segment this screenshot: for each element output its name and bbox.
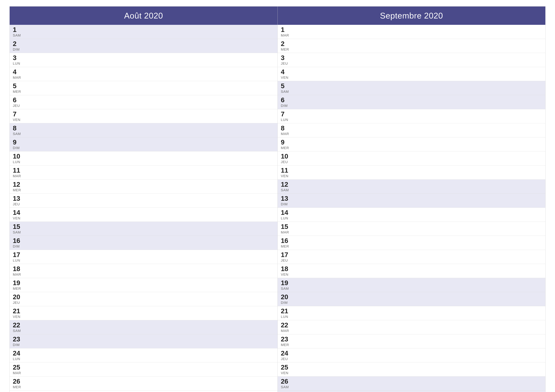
day-number: 11 — [281, 167, 292, 174]
day-number: 3 — [13, 55, 24, 61]
day-name: MAR — [281, 132, 292, 136]
day-row: 26MER — [10, 377, 278, 391]
day-info: 9DIM — [13, 139, 24, 150]
day-name: MER — [13, 188, 24, 192]
day-name: VEN — [281, 174, 292, 178]
day-number: 20 — [281, 294, 292, 300]
day-info: 19MER — [13, 280, 24, 291]
day-name: SAM — [13, 33, 24, 37]
day-row: 18VEN — [278, 264, 545, 278]
day-number: 2 — [13, 41, 24, 47]
day-row: 19MER — [10, 278, 278, 292]
day-row: 5MER — [10, 81, 278, 95]
day-row: 7VEN — [10, 109, 278, 123]
day-number: 1 — [13, 26, 24, 33]
month-header-1: Août 2020 — [10, 7, 278, 25]
day-name: MER — [13, 286, 24, 291]
day-name: LUN — [13, 160, 24, 164]
day-row: 16DIM — [10, 236, 278, 250]
day-info: 12MER — [13, 181, 24, 192]
day-row: 17JEU — [278, 250, 545, 264]
day-number: 10 — [281, 153, 292, 160]
day-number: 21 — [13, 308, 24, 314]
day-info: 11VEN — [281, 167, 292, 178]
day-info: 12SAM — [281, 181, 292, 192]
day-info: 11MAR — [13, 167, 24, 178]
day-number: 23 — [13, 336, 24, 342]
day-name: DIM — [281, 202, 292, 206]
day-name: VEN — [13, 118, 24, 122]
day-info: 26MER — [13, 378, 24, 389]
day-row: 6JEU — [10, 95, 278, 109]
day-number: 17 — [281, 251, 292, 258]
day-row: 1MAR — [278, 25, 545, 39]
day-row: 12SAM — [278, 179, 545, 194]
day-name: VEN — [13, 315, 24, 319]
day-info: 24JEU — [281, 350, 292, 361]
day-info: 22MAR — [281, 322, 292, 333]
calendar-grid: Août 2020Septembre 20201SAM2DIM3LUN4MAR5… — [10, 7, 545, 392]
day-name: VEN — [13, 216, 24, 220]
day-info: 21VEN — [13, 308, 24, 319]
day-number: 7 — [13, 111, 24, 117]
day-row: 22MAR — [278, 320, 545, 334]
day-info: 22SAM — [13, 322, 24, 333]
day-info: 16DIM — [13, 237, 24, 249]
day-number: 4 — [13, 69, 24, 75]
day-row: 3JEU — [278, 53, 545, 67]
day-info: 14LUN — [281, 209, 292, 220]
day-name: JEU — [13, 202, 24, 206]
day-row: 5SAM — [278, 81, 545, 95]
day-row: 15MAR — [278, 222, 545, 236]
day-name: MER — [281, 244, 292, 249]
day-row: 11VEN — [278, 165, 545, 179]
day-row: 23MER — [278, 334, 545, 348]
day-info: 6DIM — [281, 97, 292, 108]
day-number: 5 — [13, 83, 24, 89]
day-number: 4 — [281, 69, 292, 75]
day-row: 20JEU — [10, 292, 278, 306]
day-row: 17LUN — [10, 250, 278, 264]
day-number: 15 — [13, 223, 24, 230]
day-info: 18MAR — [13, 265, 24, 277]
day-name: LUN — [281, 315, 292, 319]
day-row: 14VEN — [10, 208, 278, 222]
day-number: 6 — [13, 97, 24, 103]
day-info: 20DIM — [281, 294, 292, 305]
month-header-2: Septembre 2020 — [278, 7, 545, 25]
day-info: 7LUN — [281, 111, 292, 122]
day-info: 14VEN — [13, 209, 24, 220]
day-number: 9 — [13, 139, 24, 146]
day-row: 22SAM — [10, 320, 278, 334]
day-info: 1MAR — [281, 26, 292, 37]
day-row: 14LUN — [278, 208, 545, 222]
day-name: SAM — [281, 90, 292, 94]
day-name: DIM — [13, 244, 24, 249]
day-row: 2MER — [278, 39, 545, 53]
day-number: 3 — [281, 55, 292, 61]
day-info: 15SAM — [13, 223, 24, 235]
day-info: 25MAR — [13, 364, 24, 375]
day-info: 2MER — [281, 41, 292, 51]
day-info: 3JEU — [281, 55, 292, 66]
day-row: 27JEU — [10, 391, 278, 392]
day-number: 17 — [13, 251, 24, 258]
day-name: MAR — [281, 329, 292, 333]
day-name: JEU — [13, 104, 24, 108]
day-number: 26 — [13, 378, 24, 385]
day-row: 2DIM — [10, 39, 278, 53]
day-info: 2DIM — [13, 41, 24, 51]
day-info: 5SAM — [281, 83, 292, 94]
day-name: MER — [13, 385, 24, 389]
day-info: 13JEU — [13, 195, 24, 206]
day-row: 9DIM — [10, 137, 278, 151]
day-row: 9MER — [278, 137, 545, 151]
day-row: 27DIM — [278, 391, 545, 392]
day-number: 20 — [13, 294, 24, 300]
day-info: 25VEN — [281, 364, 292, 375]
day-row: 15SAM — [10, 222, 278, 236]
day-name: LUN — [13, 62, 24, 66]
day-name: JEU — [281, 258, 292, 263]
day-name: LUN — [281, 118, 292, 122]
day-row: 23DIM — [10, 334, 278, 348]
